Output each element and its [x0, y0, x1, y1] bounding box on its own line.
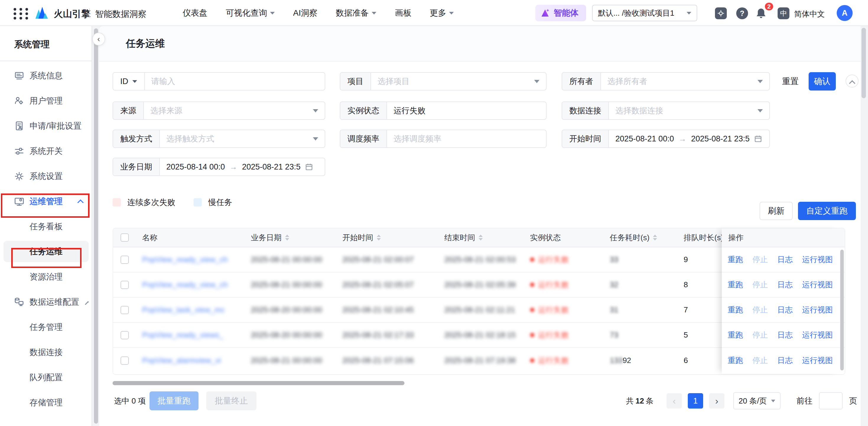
language-label[interactable]: 简体中文 [794, 9, 825, 19]
batch-stop-button[interactable]: 批量终止 [206, 391, 256, 410]
task-name-link[interactable]: PopView_task_view_mc [142, 305, 225, 314]
filter-id-field-selector[interactable]: ID [113, 73, 145, 90]
sidebar-item-user-management[interactable]: 用户管理 [0, 88, 92, 113]
run-view-link[interactable]: 运行视图 [802, 355, 833, 366]
console-icon[interactable] [715, 7, 727, 19]
agent-button[interactable]: 智能体 [535, 5, 586, 21]
sidebar-item-system-info[interactable]: 系统信息 [0, 63, 92, 88]
row-checkbox[interactable] [121, 281, 129, 289]
goto-page-input[interactable] [819, 392, 843, 409]
sidebar-item-queue-config[interactable]: 队列配置 [0, 365, 92, 390]
filter-collapse-button[interactable] [845, 75, 859, 88]
sidebar-scrollbar-thumb[interactable] [94, 28, 98, 424]
sidebar-item-system-switch[interactable]: 系统开关 [0, 138, 92, 164]
row-checkbox[interactable] [121, 357, 129, 365]
sidebar-scrollbar[interactable] [92, 26, 99, 426]
filter-id-input[interactable]: 请输入 [145, 73, 325, 90]
nav-data-prep[interactable]: 数据准备 [336, 7, 376, 19]
col-business-date[interactable]: 业务日期 [245, 228, 337, 247]
log-link[interactable]: 日志 [777, 330, 793, 340]
sidebar-group-data-ops-config[interactable]: 数据运维配置 [0, 289, 92, 314]
page-scrollbar-thumb[interactable] [862, 28, 866, 98]
nav-canvas[interactable]: 画板 [395, 7, 411, 19]
stop-link[interactable]: 停止 [752, 305, 768, 315]
sidebar-item-task-board[interactable]: 任务看板 [0, 214, 92, 239]
select-all-checkbox[interactable] [121, 233, 129, 242]
stop-link[interactable]: 停止 [752, 280, 768, 290]
help-icon[interactable]: ? [736, 7, 748, 19]
filter-data-connection-select[interactable]: 选择数据连接 [609, 102, 769, 119]
task-name-link[interactable]: PopView_alarmview_vi [142, 356, 221, 365]
stop-link[interactable]: 停止 [752, 355, 768, 366]
confirm-button[interactable]: 确认 [809, 72, 836, 90]
table-vertical-scrollbar[interactable] [840, 250, 844, 370]
task-name-link[interactable]: PopView_ready_view_ch [142, 280, 228, 289]
filter-trigger-select[interactable]: 选择触发方式 [160, 130, 325, 147]
run-view-link[interactable]: 运行视图 [802, 254, 833, 265]
custom-rerun-button[interactable]: 自定义重跑 [798, 202, 856, 220]
filter-instance-status-select[interactable]: 运行失败 [387, 102, 546, 119]
next-page-button[interactable]: › [709, 393, 724, 408]
prev-page-button[interactable]: ‹ [666, 393, 682, 408]
rerun-link[interactable]: 重跑 [728, 305, 743, 315]
page-size-selector[interactable]: 20 条/页 [733, 392, 780, 409]
log-link[interactable]: 日志 [777, 280, 793, 290]
row-checkbox[interactable] [121, 256, 129, 264]
reset-button[interactable]: 重置 [782, 72, 799, 90]
nav-ai-insight[interactable]: AI洞察 [293, 7, 317, 19]
refresh-button[interactable]: 刷新 [760, 202, 793, 220]
language-icon[interactable]: 中 [778, 7, 789, 19]
current-page-button[interactable]: 1 [688, 393, 703, 408]
run-view-link[interactable]: 运行视图 [802, 330, 833, 340]
filter-project-select[interactable]: 选择项目 [371, 73, 546, 90]
stop-link[interactable]: 停止 [752, 254, 768, 265]
sidebar-item-task-management[interactable]: 任务管理 [0, 314, 92, 340]
sidebar-item-task-ops[interactable]: 任务运维 [4, 241, 89, 262]
filter-owner-select[interactable]: 选择所有者 [601, 73, 769, 90]
run-view-link[interactable]: 运行视图 [802, 280, 833, 290]
rerun-link[interactable]: 重跑 [728, 254, 743, 265]
project-selector[interactable]: 默认... /验收测试项目1 [592, 5, 697, 21]
sidebar-group-ops-management[interactable]: 运维管理 [0, 189, 92, 214]
col-duration[interactable]: 任务耗时(s) [604, 228, 678, 247]
sidebar-item-approval-settings[interactable]: 申请/审批设置 [0, 113, 92, 138]
filter-project-label: 项目 [347, 76, 363, 87]
task-name-link[interactable]: PopView_ready_view_ch [142, 255, 228, 264]
sidebar-item-system-settings[interactable]: 系统设置 [0, 164, 92, 189]
sidebar-item-resource-governance[interactable]: 资源治理 [0, 264, 92, 289]
filter-start-time-range[interactable]: 2025-08-21 00:0 → 2025-08-21 23:5 [609, 130, 769, 147]
log-link[interactable]: 日志 [777, 305, 793, 315]
nav-visual-query[interactable]: 可视化查询 [226, 7, 275, 19]
row-checkbox[interactable] [121, 331, 129, 339]
nav-dashboard[interactable]: 仪表盘 [183, 7, 208, 19]
page-scrollbar[interactable] [862, 28, 866, 424]
status-badge: 运行失败 [530, 355, 569, 366]
rerun-link[interactable]: 重跑 [728, 330, 743, 340]
table-horizontal-scrollbar[interactable] [113, 381, 404, 385]
col-start-time[interactable]: 开始时间 [337, 228, 438, 247]
filter-start-time-label: 开始时间 [569, 134, 601, 144]
filter-source-select[interactable]: 选择来源 [144, 102, 325, 119]
rerun-link[interactable]: 重跑 [728, 280, 743, 290]
rerun-link[interactable]: 重跑 [728, 355, 743, 366]
sort-icon[interactable] [478, 235, 483, 240]
sort-icon[interactable] [285, 235, 289, 240]
stop-link[interactable]: 停止 [752, 330, 768, 340]
filter-business-date-range[interactable]: 2025-08-14 00:0 → 2025-08-21 23:5 [160, 158, 325, 175]
task-name-link[interactable]: PopView_ready_views_ [142, 331, 224, 340]
sidebar-item-storage-management[interactable]: 存储管理 [0, 390, 92, 415]
filter-schedule-freq-select[interactable]: 选择调度频率 [387, 130, 546, 147]
app-grid-icon[interactable] [13, 8, 30, 19]
sidebar-collapse-button[interactable]: ‹ [92, 32, 105, 46]
log-link[interactable]: 日志 [777, 254, 793, 265]
batch-rerun-button[interactable]: 批量重跑 [150, 391, 198, 410]
sidebar-item-data-connection[interactable]: 数据连接 [0, 340, 92, 365]
sort-icon[interactable] [377, 235, 381, 240]
run-view-link[interactable]: 运行视图 [802, 305, 833, 315]
log-link[interactable]: 日志 [777, 355, 793, 366]
sort-icon[interactable] [653, 235, 657, 240]
avatar[interactable]: A [837, 5, 852, 21]
row-checkbox[interactable] [121, 306, 129, 314]
nav-more[interactable]: 更多 [430, 7, 454, 19]
col-end-time[interactable]: 结束时间 [438, 228, 524, 247]
